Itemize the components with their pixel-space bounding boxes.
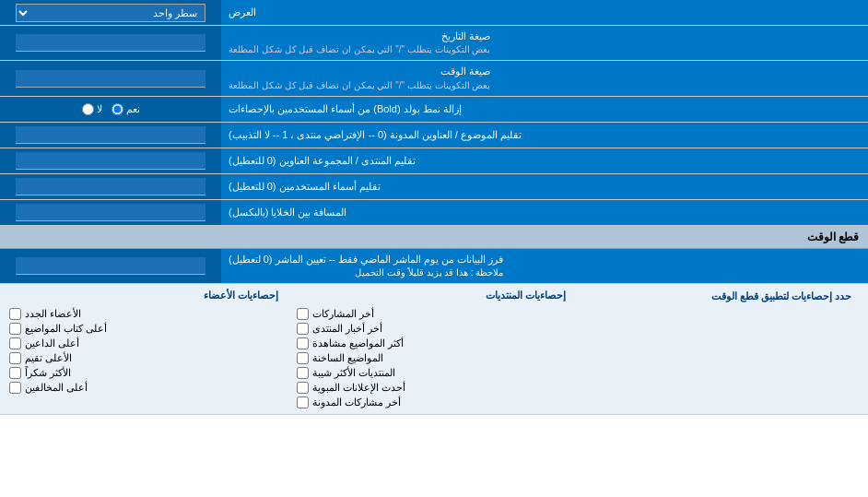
checkbox-col-forums: إحصاءيات المنتديات أخر المشاركات أخر أخب… — [297, 290, 566, 408]
label-date-format: صيغة التاريخ بعض التكوينات يتطلب "/" الت… — [221, 26, 868, 60]
col-forums-title: إحصاءيات المنتديات — [297, 290, 566, 302]
row-date-format: صيغة التاريخ بعض التكوينات يتطلب "/" الت… — [0, 26, 868, 61]
checkbox-section-label: حدد إحصاءيات لتطبيق قطع الوقت — [566, 290, 859, 302]
input-trim-usernames[interactable]: 0 — [0, 174, 221, 199]
label-realtime-filter: فرز البيانات من يوم الماشر الماضي فقط --… — [221, 249, 868, 283]
checkbox-last-blog-posts[interactable]: أخر مشاركات المدونة — [297, 396, 566, 408]
label-trim-forum: تقليم المنتدى / المجموعة العناوين (0 للت… — [221, 148, 868, 173]
checkbox-col-members: إحصاءيات الأعضاء الأعضاء الجدد أعلى كتاب… — [9, 290, 278, 408]
text-date-format[interactable]: d-m — [16, 34, 205, 52]
input-cell-spacing[interactable]: 2 — [0, 200, 221, 225]
checkbox-latest-classified[interactable]: أحدث الإعلانات المبوية — [297, 382, 566, 394]
text-cell-spacing[interactable]: 2 — [16, 204, 205, 221]
label-time-format: صيغة الوقت بعض التكوينات يتطلب "/" التي … — [221, 61, 868, 95]
checkbox-most-viewed[interactable]: أكثر المواضيع مشاهدة — [297, 337, 566, 349]
label-trim-topics: تقليم الموضوع / العناوين المدونة (0 -- ا… — [221, 123, 868, 148]
row-cell-spacing: المسافة بين الخلايا (بالبكسل) 2 — [0, 200, 868, 226]
label-cell-spacing: المسافة بين الخلايا (بالبكسل) — [221, 200, 868, 225]
input-trim-forum[interactable]: 33 — [0, 148, 221, 173]
text-time-format[interactable]: H:i — [16, 70, 205, 88]
radio-bold-yes[interactable]: نعم — [111, 103, 140, 115]
checkbox-hot-topics[interactable]: المواضيع الساخنة — [297, 352, 566, 364]
label-trim-usernames: تقليم أسماء المستخدمين (0 للتعطيل) — [221, 174, 868, 199]
select-display[interactable]: سطر واحد سطران ثلاثة أسطر — [16, 4, 205, 22]
row-time-format: صيغة الوقت بعض التكوينات يتطلب "/" التي … — [0, 61, 868, 96]
checkbox-columns: إحصاءيات المنتديات أخر المشاركات أخر أخب… — [9, 290, 566, 408]
input-trim-topics[interactable]: 33 — [0, 123, 221, 148]
row-bold: إزالة نمط بولد (Bold) من أسماء المستخدمي… — [0, 97, 868, 123]
row-trim-usernames: تقليم أسماء المستخدمين (0 للتعطيل) 0 — [0, 174, 868, 200]
checkbox-most-thanked[interactable]: الأكثر شكراً — [9, 367, 278, 379]
radio-bold-no[interactable]: لا — [82, 103, 102, 115]
row-realtime-filter: فرز البيانات من يوم الماشر الماضي فقط --… — [0, 249, 868, 284]
checkbox-popular-forums[interactable]: المنتديات الأكثر شيبة — [297, 367, 566, 379]
row-trim-forum: تقليم المنتدى / المجموعة العناوين (0 للت… — [0, 148, 868, 174]
checkbox-new-members[interactable]: الأعضاء الجدد — [9, 308, 278, 320]
input-time-format[interactable]: H:i — [0, 61, 221, 95]
input-display[interactable]: سطر واحد سطران ثلاثة أسطر — [0, 0, 221, 25]
checkboxes-section: حدد إحصاءيات لتطبيق قطع الوقت إحصاءيات ا… — [0, 284, 868, 415]
col-members-title: إحصاءيات الأعضاء — [9, 290, 278, 302]
input-realtime-filter[interactable]: 0 — [0, 249, 221, 283]
checkbox-forum-news[interactable]: أخر أخبار المنتدى — [297, 323, 566, 335]
text-trim-forum[interactable]: 33 — [16, 152, 205, 170]
checkbox-top-posters[interactable]: أعلى كتاب المواضيع — [9, 323, 278, 335]
radio-bold[interactable]: نعم لا — [0, 97, 221, 122]
checkbox-top-rated[interactable]: الأعلى تقيم — [9, 352, 278, 364]
row-display: العرض سطر واحد سطران ثلاثة أسطر — [0, 0, 868, 26]
section-realtime-header: قطع الوقت — [0, 226, 868, 249]
text-realtime-filter[interactable]: 0 — [16, 257, 205, 275]
label-display: العرض — [221, 0, 868, 25]
label-bold: إزالة نمط بولد (Bold) من أسماء المستخدمي… — [221, 97, 868, 122]
checkbox-last-posts[interactable]: أخر المشاركات — [297, 308, 566, 320]
input-date-format[interactable]: d-m — [0, 26, 221, 60]
checkbox-top-inviters[interactable]: أعلى الداعين — [9, 337, 278, 349]
text-trim-usernames[interactable]: 0 — [16, 178, 205, 195]
text-trim-topics[interactable]: 33 — [16, 126, 205, 144]
checkbox-top-warned[interactable]: أعلى المخالفين — [9, 382, 278, 394]
row-trim-topics: تقليم الموضوع / العناوين المدونة (0 -- ا… — [0, 123, 868, 148]
